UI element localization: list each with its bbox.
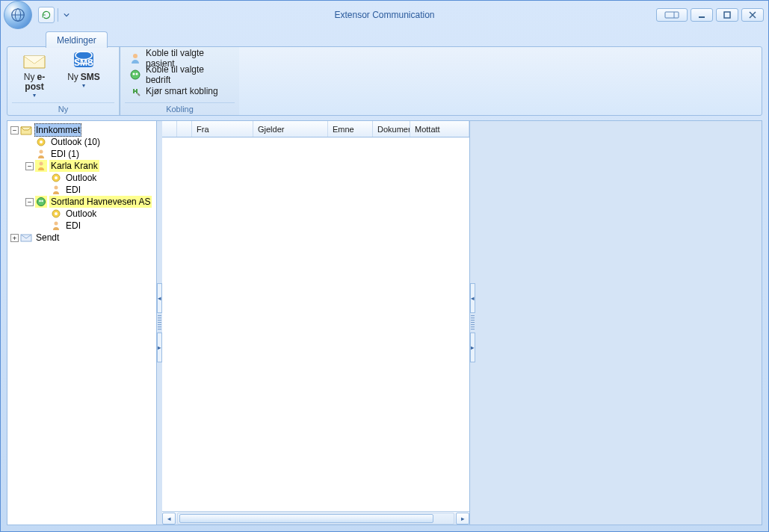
koble-bedrift-button[interactable]: Koble til valgte bedrift — [125, 66, 235, 83]
expand-toggle[interactable]: + — [10, 234, 19, 242]
refresh-icon — [41, 10, 52, 20]
tree-label-outlook-10: Outlook (10) — [49, 136, 102, 148]
tree-node-outlook-10[interactable]: Outlook (10) — [7, 136, 156, 148]
collapse-left-button[interactable]: ◂ — [157, 283, 162, 313]
scroll-left-button[interactable]: ◂ — [162, 513, 176, 525]
tree-node-sortland-edi[interactable]: EDI — [7, 220, 156, 232]
qat-customize-dropdown[interactable] — [61, 7, 72, 23]
qat-refresh-button[interactable] — [38, 7, 55, 23]
minimize-button[interactable] — [691, 8, 713, 22]
svg-point-21 — [55, 186, 58, 190]
sms-icon: SMS — [71, 52, 96, 71]
tab-meldinger[interactable]: Meldinger — [46, 31, 108, 48]
tree-node-karla-edi[interactable]: EDI — [7, 184, 156, 196]
splitter-left[interactable]: ◂ ▸ — [157, 121, 162, 525]
outlook-icon — [35, 136, 47, 148]
svg-point-22 — [37, 198, 46, 206]
patient-icon — [129, 52, 141, 64]
toolbar-icon — [664, 11, 679, 19]
tree-node-karla-outlook[interactable]: Outlook — [7, 172, 156, 184]
sent-icon — [20, 232, 32, 244]
outlook-icon — [50, 208, 62, 220]
ribbon-group-ny: Ny e-post ▾ SMS Ny SMS ▾ Ny — [7, 47, 120, 115]
grid-col-icon2[interactable] — [177, 121, 192, 137]
close-button[interactable] — [741, 8, 764, 22]
company-icon — [35, 196, 47, 208]
tree-node-sortland-outlook[interactable]: Outlook — [7, 208, 156, 220]
collapse-left-button[interactable]: ◂ — [470, 283, 475, 313]
outlook-icon — [50, 172, 62, 184]
svg-point-12 — [131, 70, 140, 79]
collapse-toggle[interactable]: − — [25, 198, 34, 206]
maximize-button[interactable] — [716, 8, 738, 22]
edi-icon — [50, 220, 62, 232]
smart-link-icon — [129, 85, 141, 97]
grid-col-mottatt[interactable]: Mottatt — [410, 121, 469, 137]
grid-col-dokumenter[interactable]: Dokumer — [373, 121, 410, 137]
scroll-right-button[interactable]: ▸ — [456, 513, 469, 525]
toolbar-mode-button[interactable] — [656, 8, 688, 22]
ny-epost-button[interactable]: Ny e-post ▾ — [12, 50, 57, 99]
splitter-grip — [158, 315, 161, 330]
ny-sms-button[interactable]: SMS Ny SMS ▾ — [61, 50, 106, 90]
app-menu-orb[interactable] — [4, 1, 32, 29]
message-list-pane: Fra Gjelder Emne Dokumer Mottatt ◂ ▸ — [162, 121, 470, 525]
svg-text:SMS: SMS — [74, 58, 93, 68]
chevron-down-icon — [64, 12, 70, 18]
svg-point-14 — [136, 73, 138, 75]
tree-node-sortland[interactable]: − Sortland Havnevesen AS — [7, 196, 156, 208]
collapse-toggle[interactable]: − — [25, 162, 34, 170]
edi-icon — [35, 148, 47, 160]
splitter-grip — [471, 315, 475, 330]
kjor-smart-label: Kjør smart kobling — [146, 86, 218, 96]
tree-node-sendt[interactable]: + Sendt — [7, 232, 156, 244]
tree-label-karla-edi: EDI — [64, 184, 82, 196]
scroll-track[interactable] — [177, 513, 454, 525]
grid-col-fra[interactable]: Fra — [192, 121, 253, 137]
ny-sms-label-1: Ny — [67, 72, 78, 82]
chevron-down-icon: ▾ — [82, 84, 85, 88]
expand-right-button[interactable]: ▸ — [470, 332, 475, 362]
svg-point-16 — [40, 140, 43, 143]
tree-node-innkommet[interactable]: − Innkommet — [7, 124, 156, 136]
svg-point-11 — [133, 54, 138, 58]
close-icon — [748, 10, 757, 19]
grid-col-icon1[interactable] — [162, 121, 177, 137]
tree-node-karla[interactable]: − Karla Krank — [7, 160, 156, 172]
expand-right-button[interactable]: ▸ — [157, 332, 162, 362]
tree-label-karla: Karla Krank — [49, 160, 99, 172]
svg-point-13 — [133, 73, 135, 75]
tree-label-sendt: Sendt — [34, 232, 61, 244]
grid-col-gjelder[interactable]: Gjelder — [253, 121, 328, 137]
svg-point-27 — [55, 222, 58, 226]
ny-epost-label-1: Ny — [24, 72, 35, 82]
grid-col-emne[interactable]: Emne — [328, 121, 373, 137]
edi-icon — [50, 184, 62, 196]
tree-label-sortland: Sortland Havnevesen AS — [49, 196, 152, 208]
tree-label-edi-1: EDI (1) — [49, 148, 81, 160]
kjor-smart-button[interactable]: Kjør smart kobling — [125, 83, 223, 99]
scroll-thumb[interactable] — [179, 514, 433, 523]
grid-header: Fra Gjelder Emne Dokumer Mottatt — [162, 121, 469, 137]
chevron-down-icon: ▾ — [33, 93, 36, 98]
svg-rect-3 — [665, 12, 679, 18]
inbox-icon — [20, 124, 32, 136]
window-controls — [653, 8, 764, 22]
ny-sms-label-2: SMS — [81, 72, 100, 82]
patient-icon — [35, 160, 47, 172]
company-icon — [129, 69, 141, 81]
group-label-ny: Ny — [12, 102, 114, 114]
folder-tree[interactable]: − Innkommet Outlook (10) — [7, 124, 156, 244]
collapse-toggle[interactable]: − — [10, 126, 19, 134]
client-area: − Innkommet Outlook (10) — [7, 120, 762, 525]
group-label-kobling: Kobling — [125, 102, 235, 114]
folder-tree-pane: − Innkommet Outlook (10) — [7, 121, 157, 525]
ribbon-tabstrip: Meldinger — [1, 28, 768, 46]
svg-point-26 — [55, 212, 58, 215]
tree-node-edi-1[interactable]: EDI (1) — [7, 148, 156, 160]
minimize-icon — [697, 10, 706, 19]
koble-bedrift-label: Koble til valgte bedrift — [146, 64, 230, 85]
grid-body[interactable] — [162, 137, 469, 511]
horizontal-scrollbar[interactable]: ◂ ▸ — [162, 511, 469, 525]
splitter-right[interactable]: ◂ ▸ — [470, 121, 475, 525]
